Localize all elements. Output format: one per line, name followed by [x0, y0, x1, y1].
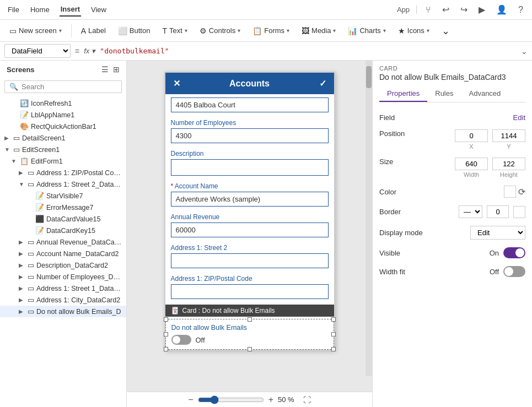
form-input-1[interactable] [171, 128, 329, 143]
tree-item-datacardvalue[interactable]: ⬛ DataCardValue15 [0, 213, 126, 225]
button-btn[interactable]: ⬜ Button [113, 24, 155, 38]
formula-expand-btn[interactable]: ⌄ [521, 47, 528, 56]
form-check-icon[interactable]: ✓ [319, 78, 326, 89]
grid-view-btn[interactable]: ⊞ [113, 65, 120, 74]
charts-btn[interactable]: 📊 Charts ▾ [343, 24, 390, 38]
form-input-3[interactable] [171, 192, 329, 207]
color-picker-btn[interactable]: ⟳ [518, 187, 525, 197]
tree-icon: ▭ [28, 296, 34, 304]
tree-item-datacardkey[interactable]: 📝 DataCardKey15 [0, 225, 126, 236]
tree-item-iconrefresh[interactable]: 🔃 IconRefresh1 [0, 97, 126, 109]
forms-btn[interactable]: 📋 Forms ▾ [248, 24, 294, 38]
icons-btn[interactable]: ★ Icons ▾ [393, 24, 434, 38]
zoom-slider[interactable] [198, 395, 264, 404]
charts-label: Charts [359, 26, 380, 35]
tab-properties[interactable]: Properties [379, 86, 427, 102]
form-title: Accounts [229, 79, 270, 89]
formula-input[interactable] [100, 47, 517, 55]
menu-left: File Home Insert View [7, 3, 108, 17]
tree-item-address1street1[interactable]: ▶ ▭ Address 1: Street 1_DataCar [0, 283, 126, 294]
tree-icon: ▭ [28, 284, 34, 292]
tab-rules[interactable]: Rules [427, 86, 461, 102]
redo-btn[interactable]: ↪ [458, 2, 470, 17]
form-input-6[interactable] [171, 284, 329, 299]
form-input-0[interactable] [171, 97, 329, 112]
forms-label: Forms [264, 26, 284, 35]
more-btn[interactable]: ⌄ [437, 22, 455, 40]
label-btn[interactable]: A Label [76, 24, 111, 38]
search-input[interactable] [22, 83, 117, 91]
position-y-input[interactable] [492, 129, 525, 142]
tree-item-address1zip[interactable]: ▶ ▭ Address 1: ZIP/Postal Code_ [0, 167, 126, 178]
menu-file[interactable]: File [7, 3, 20, 16]
form-input-2[interactable] [171, 159, 329, 176]
size-height-input[interactable] [492, 158, 525, 170]
tree-item-editscreen[interactable]: ▼ ▭ EditScreen1 [0, 144, 126, 155]
tree-item-detailscreen[interactable]: ▶ ▭ DetailScreen1 [0, 132, 126, 144]
user-btn[interactable]: 👤 [494, 2, 509, 17]
toggle-row: Off [171, 335, 328, 345]
tree-item-donotbulk[interactable]: ▶ ▭ Do not allow Bulk Emails_D [0, 306, 126, 317]
fit-screen-btn[interactable]: ⛶ [303, 395, 311, 404]
tree-label: ErrorMessage7 [46, 204, 122, 211]
tree-chevron: ▼ [11, 158, 18, 164]
menu-insert[interactable]: Insert [60, 3, 81, 17]
form-input-4[interactable] [171, 223, 329, 237]
handle-tl [164, 317, 168, 322]
zoom-in-btn[interactable]: + [268, 395, 273, 405]
tree-item-editform[interactable]: ▼ 📋 EditForm1 [0, 155, 126, 167]
canvas-scrollbar[interactable] [366, 61, 372, 376]
controls-btn[interactable]: ⚙ Controls ▾ [195, 24, 245, 38]
tree-item-description[interactable]: ▶ ▭ Description_DataCard2 [0, 259, 126, 271]
size-width-label: Width [464, 171, 479, 178]
tree-chevron: ▶ [19, 297, 25, 303]
new-screen-btn[interactable]: ▭ New screen ▾ [4, 24, 67, 38]
right-panel-tabs: Properties Rules Advanced [379, 86, 525, 102]
tree-chevron: ▶ [19, 285, 25, 291]
play-btn[interactable]: ▶ [476, 2, 487, 17]
position-row: Position X Y [379, 129, 525, 150]
field-selector[interactable]: DataField [4, 44, 71, 58]
tree-item-annualrevenue[interactable]: ▶ ▭ Annual Revenue_DataCard2 [0, 236, 126, 248]
widthfit-toggle[interactable] [503, 266, 525, 277]
tree-item-address1street2[interactable]: ▼ ▭ Address 1: Street 2_DataCar [0, 178, 126, 190]
display-mode-select[interactable]: Edit [470, 226, 525, 240]
border-value-input[interactable] [487, 205, 509, 218]
tree-chevron: ▶ [19, 262, 25, 268]
list-view-btn[interactable]: ☰ [101, 65, 109, 74]
media-btn[interactable]: 🖼 Media ▾ [297, 24, 341, 38]
card-name-label: Do not allow Bulk Emails_DataCard3 [379, 73, 525, 82]
tree-item-address1city[interactable]: ▶ ▭ Address 1: City_DataCard2 [0, 294, 126, 306]
tree-label: Annual Revenue_DataCard2 [36, 238, 122, 246]
tree-item-errormessage[interactable]: 📝 ErrorMessage7 [0, 202, 126, 213]
menu-view[interactable]: View [90, 3, 108, 16]
tab-advanced[interactable]: Advanced [461, 86, 509, 102]
text-btn[interactable]: T Text ▾ [157, 24, 192, 38]
fork-icon-btn[interactable]: ⑂ [423, 3, 433, 17]
tree-item-lblappname[interactable]: 📝 LblAppName1 [0, 109, 126, 121]
color-swatch[interactable] [504, 186, 516, 198]
field-edit-btn[interactable]: Edit [513, 113, 525, 122]
canvas-area[interactable]: ✕ Accounts ✓ Number of Employees Descrip… [127, 61, 372, 392]
tree-item-rectquick[interactable]: 🎨 RectQuickActionBar1 [0, 121, 126, 132]
position-x-input[interactable] [455, 129, 488, 142]
button-label: Button [130, 26, 151, 35]
handle-ml [164, 332, 168, 337]
widthfit-knob [504, 267, 513, 276]
menu-home[interactable]: Home [29, 3, 51, 16]
tree-item-numemployees[interactable]: ▶ ▭ Number of Employees_Data [0, 271, 126, 283]
border-style-select[interactable]: — [459, 205, 482, 218]
help-btn[interactable]: ? [516, 3, 525, 17]
form-input-5[interactable] [171, 253, 329, 268]
tree-item-starvisible[interactable]: 📝 StarVisible7 [0, 190, 126, 202]
toggle-switch[interactable] [171, 335, 191, 345]
form-close-icon[interactable]: ✕ [173, 78, 180, 89]
tree-item-accountname[interactable]: ▶ ▭ Account Name_DataCard2 [0, 248, 126, 259]
visible-toggle[interactable] [503, 247, 525, 258]
selected-card[interactable]: Do not allow Bulk Emails Off [165, 319, 334, 350]
border-color-swatch[interactable] [513, 206, 525, 218]
size-width-input[interactable] [455, 158, 488, 170]
card-handles [164, 317, 336, 351]
zoom-out-btn[interactable]: − [188, 395, 193, 405]
undo-btn[interactable]: ↩ [440, 2, 452, 17]
